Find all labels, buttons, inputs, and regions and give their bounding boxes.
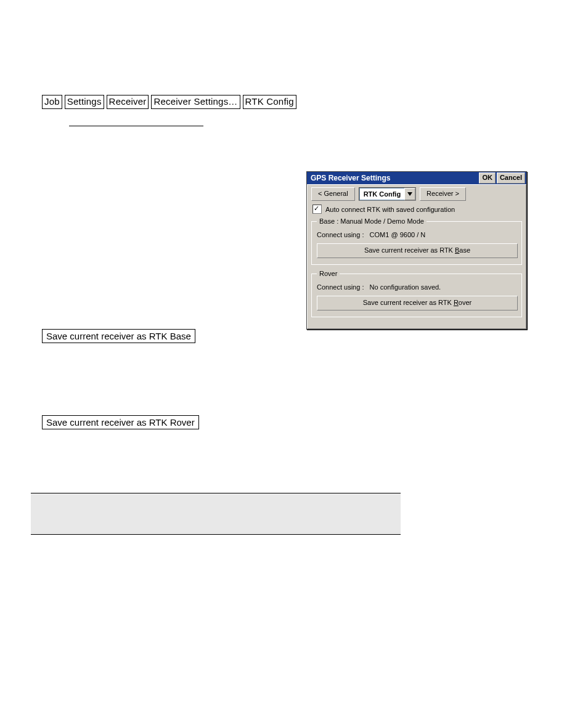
crumb-rtk-config: RTK Config [243,95,296,109]
save-rover-post: over [459,299,472,306]
breadcrumb: Job Settings Receiver Receiver Settings…… [42,95,299,109]
ok-button[interactable]: OK [479,172,496,184]
base-group: Base : Manual Mode / Demo Mode Connect u… [311,217,522,265]
inline-save-rover-button: Save current receiver as RTK Rover [42,415,199,429]
inline-save-base-button: Save current receiver as RTK Base [42,329,195,343]
base-connect-label: Connect using : [317,231,364,238]
tab-current-label: RTK Config [359,188,404,200]
crumb-job: Job [42,95,62,109]
section-underline [69,126,203,126]
save-base-pre: Save current receiver as RTK [364,246,455,254]
rover-connect-row: Connect using : No configuration saved. [317,283,517,291]
crumb-receiver-settings: Receiver Settings… [151,95,240,109]
base-connect-row: Connect using : COM1 @ 9600 / N [317,231,517,238]
svg-marker-0 [407,192,412,196]
callout-box [31,493,401,535]
callout-rule-bottom [31,534,401,535]
save-base-button[interactable]: Save current receiver as RTK Base [317,243,518,258]
save-rover-pre: Save current receiver as RTK [363,299,454,306]
cancel-button[interactable]: Cancel [497,172,525,184]
dialog-title: GPS Receiver Settings [311,174,478,182]
dialog-client: < General RTK Config Receiver > Auto con… [307,184,526,329]
rover-group: Rover Connect using : No configuration s… [311,270,522,317]
auto-connect-checkbox[interactable] [312,205,322,214]
base-legend: Base : Manual Mode / Demo Mode [317,217,427,225]
crumb-settings: Settings [65,95,104,109]
crumb-receiver: Receiver [107,95,149,109]
rover-connect-label: Connect using : [317,283,364,291]
tab-next-receiver[interactable]: Receiver > [420,187,466,201]
rover-legend: Rover [317,270,340,277]
chevron-down-icon[interactable] [404,188,415,200]
save-base-post: ase [459,246,470,254]
auto-connect-row[interactable]: Auto connect RTK with saved configuratio… [312,205,522,214]
rover-connect-value: No configuration saved. [370,283,441,291]
save-rover-button[interactable]: Save current receiver as RTK Rover [317,296,518,310]
gps-receiver-settings-dialog: GPS Receiver Settings OK Cancel < Genera… [306,171,527,330]
callout-body [31,493,401,534]
dialog-titlebar: GPS Receiver Settings OK Cancel [307,172,526,184]
tab-row: < General RTK Config Receiver > [311,187,522,201]
base-connect-value: COM1 @ 9600 / N [370,231,426,238]
tab-current-combo[interactable]: RTK Config [359,187,416,201]
save-rover-mnemonic: R [454,299,459,306]
auto-connect-label: Auto connect RTK with saved configuratio… [325,206,455,213]
tab-prev-general[interactable]: < General [311,187,355,201]
